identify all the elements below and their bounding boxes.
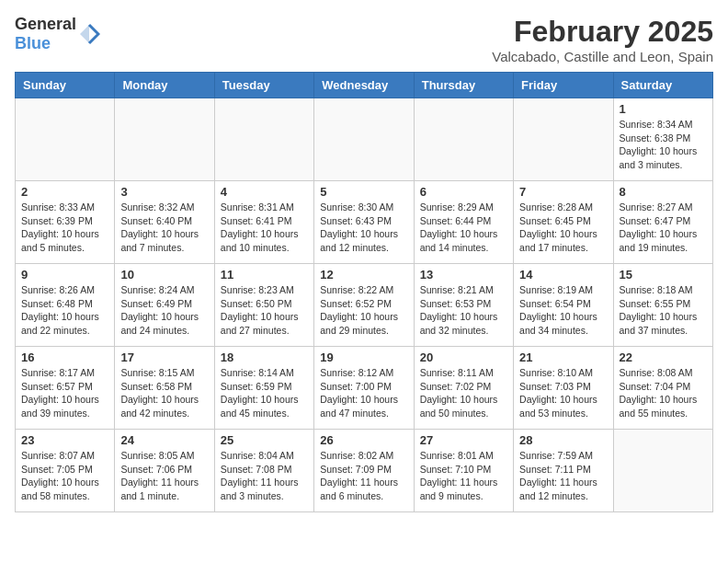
- calendar-cell: 3Sunrise: 8:32 AM Sunset: 6:40 PM Daylig…: [115, 181, 214, 264]
- calendar-cell: [414, 98, 513, 181]
- logo-general: General: [15, 15, 76, 33]
- calendar-cell: 8Sunrise: 8:27 AM Sunset: 6:47 PM Daylig…: [613, 181, 712, 264]
- day-number: 18: [221, 350, 308, 364]
- calendar-cell: 21Sunrise: 8:10 AM Sunset: 7:03 PM Dayli…: [514, 347, 613, 430]
- day-number: 3: [120, 185, 208, 199]
- calendar-week-row: 1Sunrise: 8:34 AM Sunset: 6:38 PM Daylig…: [16, 98, 713, 181]
- logo-text: General Blue: [15, 15, 76, 53]
- calendar-day-header: Monday: [115, 73, 214, 98]
- calendar-cell: 4Sunrise: 8:31 AM Sunset: 6:41 PM Daylig…: [214, 181, 313, 264]
- title-block: February 2025 Valcabado, Castille and Le…: [492, 15, 713, 64]
- calendar-cell: [16, 98, 115, 181]
- day-number: 10: [120, 268, 208, 282]
- sub-title: Valcabado, Castille and Leon, Spain: [492, 49, 713, 64]
- calendar-cell: 16Sunrise: 8:17 AM Sunset: 6:57 PM Dayli…: [16, 347, 115, 430]
- calendar-day-header: Saturday: [613, 73, 712, 98]
- day-info: Sunrise: 8:11 AM Sunset: 7:02 PM Dayligh…: [420, 366, 507, 420]
- day-info: Sunrise: 8:10 AM Sunset: 7:03 PM Dayligh…: [519, 366, 607, 420]
- calendar-cell: [514, 98, 613, 181]
- day-number: 20: [420, 350, 507, 364]
- calendar-cell: 5Sunrise: 8:30 AM Sunset: 6:43 PM Daylig…: [314, 181, 414, 264]
- calendar-cell: [314, 98, 414, 181]
- day-number: 24: [120, 433, 208, 447]
- calendar-cell: 11Sunrise: 8:23 AM Sunset: 6:50 PM Dayli…: [214, 264, 313, 347]
- day-number: 9: [21, 268, 108, 282]
- day-info: Sunrise: 8:08 AM Sunset: 7:04 PM Dayligh…: [620, 366, 707, 420]
- main-title: February 2025: [492, 15, 713, 49]
- day-info: Sunrise: 8:12 AM Sunset: 7:00 PM Dayligh…: [320, 366, 407, 420]
- logo-blue: Blue: [15, 34, 51, 52]
- day-number: 19: [320, 350, 407, 364]
- day-info: Sunrise: 8:05 AM Sunset: 7:06 PM Dayligh…: [120, 449, 208, 503]
- calendar-day-header: Tuesday: [214, 73, 313, 98]
- calendar-cell: 19Sunrise: 8:12 AM Sunset: 7:00 PM Dayli…: [314, 347, 414, 430]
- day-info: Sunrise: 8:29 AM Sunset: 6:44 PM Dayligh…: [420, 201, 507, 255]
- day-info: Sunrise: 8:27 AM Sunset: 6:47 PM Dayligh…: [620, 201, 707, 255]
- day-number: 5: [320, 185, 407, 199]
- day-number: 21: [519, 350, 607, 364]
- day-info: Sunrise: 8:14 AM Sunset: 6:59 PM Dayligh…: [221, 366, 308, 420]
- calendar-cell: 20Sunrise: 8:11 AM Sunset: 7:02 PM Dayli…: [414, 347, 513, 430]
- day-number: 25: [221, 433, 308, 447]
- calendar-day-header: Friday: [514, 73, 613, 98]
- calendar-cell: 24Sunrise: 8:05 AM Sunset: 7:06 PM Dayli…: [115, 430, 214, 512]
- day-info: Sunrise: 8:28 AM Sunset: 6:45 PM Dayligh…: [519, 201, 607, 255]
- calendar-day-header: Thursday: [414, 73, 513, 98]
- day-number: 22: [620, 350, 707, 364]
- calendar-cell: 13Sunrise: 8:21 AM Sunset: 6:53 PM Dayli…: [414, 264, 513, 347]
- day-number: 17: [120, 350, 208, 364]
- day-number: 26: [320, 433, 407, 447]
- calendar-cell: 9Sunrise: 8:26 AM Sunset: 6:48 PM Daylig…: [16, 264, 115, 347]
- calendar-cell: [613, 430, 712, 512]
- calendar-cell: [214, 98, 313, 181]
- day-info: Sunrise: 8:32 AM Sunset: 6:40 PM Dayligh…: [120, 201, 208, 255]
- day-info: Sunrise: 8:17 AM Sunset: 6:57 PM Dayligh…: [21, 366, 108, 420]
- day-info: Sunrise: 8:01 AM Sunset: 7:10 PM Dayligh…: [420, 449, 507, 503]
- day-number: 2: [21, 185, 108, 199]
- calendar-cell: [115, 98, 214, 181]
- calendar-cell: 22Sunrise: 8:08 AM Sunset: 7:04 PM Dayli…: [613, 347, 712, 430]
- calendar-week-row: 23Sunrise: 8:07 AM Sunset: 7:05 PM Dayli…: [16, 430, 713, 512]
- day-number: 4: [221, 185, 308, 199]
- calendar-day-header: Wednesday: [314, 73, 414, 98]
- calendar-cell: 7Sunrise: 8:28 AM Sunset: 6:45 PM Daylig…: [514, 181, 613, 264]
- calendar-cell: 15Sunrise: 8:18 AM Sunset: 6:55 PM Dayli…: [613, 264, 712, 347]
- calendar-cell: 25Sunrise: 8:04 AM Sunset: 7:08 PM Dayli…: [214, 430, 313, 512]
- day-info: Sunrise: 8:24 AM Sunset: 6:49 PM Dayligh…: [120, 283, 208, 338]
- day-number: 15: [620, 268, 707, 282]
- page-header: General Blue February 2025 Valcabado, Ca…: [15, 15, 713, 64]
- day-number: 7: [519, 185, 607, 199]
- calendar-week-row: 16Sunrise: 8:17 AM Sunset: 6:57 PM Dayli…: [16, 347, 713, 430]
- day-number: 13: [420, 268, 507, 282]
- calendar-cell: 23Sunrise: 8:07 AM Sunset: 7:05 PM Dayli…: [16, 430, 115, 512]
- calendar-cell: 6Sunrise: 8:29 AM Sunset: 6:44 PM Daylig…: [414, 181, 513, 264]
- day-number: 14: [519, 268, 607, 282]
- day-info: Sunrise: 8:02 AM Sunset: 7:09 PM Dayligh…: [320, 449, 407, 503]
- calendar-cell: 2Sunrise: 8:33 AM Sunset: 6:39 PM Daylig…: [16, 181, 115, 264]
- calendar-cell: 1Sunrise: 8:34 AM Sunset: 6:38 PM Daylig…: [613, 98, 712, 181]
- logo: General Blue: [15, 15, 100, 53]
- calendar-header-row: SundayMondayTuesdayWednesdayThursdayFrid…: [16, 73, 713, 98]
- day-info: Sunrise: 8:23 AM Sunset: 6:50 PM Dayligh…: [221, 283, 308, 338]
- calendar-table: SundayMondayTuesdayWednesdayThursdayFrid…: [15, 72, 713, 512]
- calendar-day-header: Sunday: [16, 73, 115, 98]
- day-number: 23: [21, 433, 108, 447]
- day-info: Sunrise: 8:31 AM Sunset: 6:41 PM Dayligh…: [221, 201, 308, 255]
- calendar-cell: 27Sunrise: 8:01 AM Sunset: 7:10 PM Dayli…: [414, 430, 513, 512]
- day-info: Sunrise: 8:21 AM Sunset: 6:53 PM Dayligh…: [420, 283, 507, 338]
- day-number: 8: [620, 185, 707, 199]
- day-info: Sunrise: 8:34 AM Sunset: 6:38 PM Dayligh…: [620, 118, 707, 172]
- day-info: Sunrise: 8:07 AM Sunset: 7:05 PM Dayligh…: [21, 449, 108, 503]
- calendar-week-row: 2Sunrise: 8:33 AM Sunset: 6:39 PM Daylig…: [16, 181, 713, 264]
- calendar-cell: 14Sunrise: 8:19 AM Sunset: 6:54 PM Dayli…: [514, 264, 613, 347]
- day-info: Sunrise: 8:19 AM Sunset: 6:54 PM Dayligh…: [519, 283, 607, 338]
- day-number: 16: [21, 350, 108, 364]
- day-number: 1: [620, 102, 707, 116]
- calendar-cell: 26Sunrise: 8:02 AM Sunset: 7:09 PM Dayli…: [314, 430, 414, 512]
- calendar-week-row: 9Sunrise: 8:26 AM Sunset: 6:48 PM Daylig…: [16, 264, 713, 347]
- calendar-cell: 12Sunrise: 8:22 AM Sunset: 6:52 PM Dayli…: [314, 264, 414, 347]
- day-info: Sunrise: 8:15 AM Sunset: 6:58 PM Dayligh…: [120, 366, 208, 420]
- calendar-cell: 17Sunrise: 8:15 AM Sunset: 6:58 PM Dayli…: [115, 347, 214, 430]
- day-number: 27: [420, 433, 507, 447]
- logo-icon: [78, 23, 100, 45]
